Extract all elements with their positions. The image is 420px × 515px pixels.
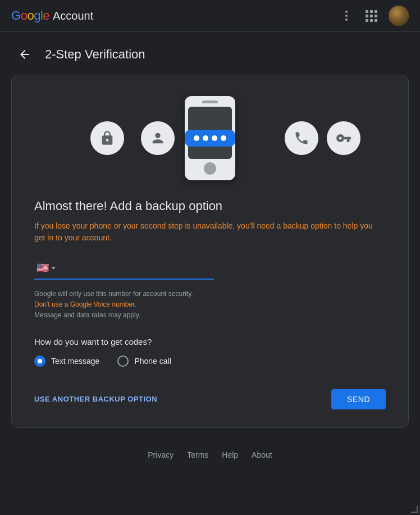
dropdown-arrow-icon (51, 267, 56, 270)
section-heading: Almost there! Add a backup option (34, 199, 386, 213)
page-header: 2-Step Verification (0, 32, 420, 75)
alt-backup-button[interactable]: USE ANOTHER BACKUP OPTION (34, 390, 157, 408)
footer-privacy-link[interactable]: Privacy (148, 450, 174, 459)
hint-line-3: Message and data rates may apply. (34, 310, 386, 321)
back-arrow-icon (18, 48, 31, 61)
apps-button[interactable] (363, 8, 380, 24)
phone-call-icon (294, 130, 309, 146)
footer-help-link[interactable]: Help (222, 450, 238, 459)
radio-text-label: Text message (51, 357, 99, 366)
phone-number-input[interactable] (62, 263, 214, 273)
radio-phone-call[interactable]: Phone call (117, 356, 171, 367)
phone-call-circle-icon (285, 121, 318, 155)
more-vertical-icon (341, 11, 352, 21)
radio-text-indicator (34, 356, 45, 367)
header: Google Account (0, 0, 420, 32)
footer-about-link[interactable]: About (252, 450, 272, 459)
person-circle-icon (141, 121, 175, 155)
card-footer: USE ANOTHER BACKUP OPTION SEND (34, 385, 386, 409)
hint-line-1: Google will only use this number for acc… (34, 289, 386, 299)
phone-input-row: 🇺🇸 (34, 259, 214, 280)
google-wordmark: Google (11, 8, 49, 23)
footer-terms-link[interactable]: Terms (187, 450, 208, 459)
lock-icon (99, 130, 115, 146)
country-selector[interactable]: 🇺🇸 (34, 259, 58, 276)
radio-text-message[interactable]: Text message (34, 356, 99, 367)
page-footer: Privacy Terms Help About (0, 437, 420, 473)
radio-group: Text message Phone call (34, 356, 386, 367)
avatar[interactable] (389, 6, 409, 26)
key-icon (336, 130, 351, 146)
hint-line-2: Don't use a Google Voice number. (34, 299, 386, 310)
hint-text: Google will only use this number for acc… (34, 289, 386, 321)
header-logo: Google Account (11, 8, 93, 23)
country-flag: 🇺🇸 (36, 262, 49, 274)
header-actions (339, 6, 409, 26)
section-description: If you lose your phone or your second st… (34, 220, 386, 244)
phone-illustration (185, 96, 235, 180)
key-circle-icon (327, 121, 360, 155)
lock-circle-icon (90, 121, 124, 155)
codes-question-label: How do you want to get codes? (34, 337, 386, 347)
header-account-label: Account (53, 10, 93, 22)
more-options-button[interactable] (339, 8, 354, 23)
back-button[interactable] (13, 43, 36, 66)
main-card: Almost there! Add a backup option If you… (11, 75, 409, 428)
apps-icon (366, 10, 377, 22)
send-button[interactable]: SEND (331, 389, 386, 409)
radio-call-label: Phone call (134, 357, 171, 366)
radio-call-indicator (117, 356, 129, 367)
illustration (34, 93, 386, 183)
code-bubble (185, 130, 235, 147)
resize-handle[interactable] (411, 506, 418, 513)
page-title: 2-Step Verification (45, 47, 145, 62)
person-icon (150, 130, 166, 146)
